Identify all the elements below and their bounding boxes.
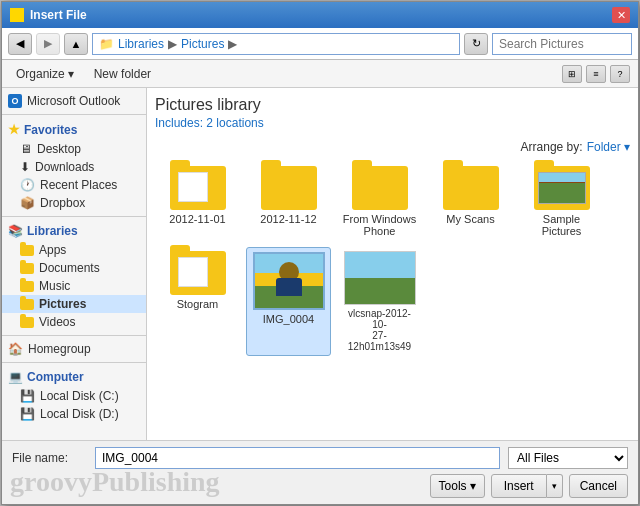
sidebar-item-dropbox[interactable]: 📦 Dropbox — [2, 194, 146, 212]
tools-button[interactable]: Tools ▾ — [430, 474, 485, 498]
file-label: 2012-11-12 — [260, 213, 316, 225]
breadcrumb-pictures[interactable]: Pictures — [181, 37, 224, 51]
file-item-stogram[interactable]: Stogram — [155, 247, 240, 356]
new-folder-button[interactable]: New folder — [88, 65, 157, 83]
up-button[interactable]: ▲ — [64, 33, 88, 55]
star-icon: ★ — [8, 122, 20, 137]
file-item-sample-pictures[interactable]: Sample Pictures — [519, 162, 604, 241]
file-item-2012-11-12[interactable]: 2012-11-12 — [246, 162, 331, 241]
sidebar-section-outlook: O Microsoft Outlook — [2, 92, 146, 110]
content-header: Pictures library Includes: 2 locations — [155, 96, 630, 130]
view-btn-2[interactable]: ≡ — [586, 65, 606, 83]
content-area: Pictures library Includes: 2 locations A… — [147, 88, 638, 440]
libraries-label: Libraries — [27, 224, 78, 238]
desktop-icon: 🖥 — [20, 142, 32, 156]
outlook-icon: O — [8, 94, 22, 108]
filename-input[interactable] — [95, 447, 500, 469]
organize-button[interactable]: Organize ▾ — [10, 65, 80, 83]
sidebar-item-documents[interactable]: Documents — [2, 259, 146, 277]
address-bar: ◀ ▶ ▲ 📁 Libraries ▶ Pictures ▶ ↻ 🔍 — [2, 28, 638, 60]
view-btn-1[interactable]: ⊞ — [562, 65, 582, 83]
folder-icon-2012-11-01 — [170, 166, 226, 210]
sidebar-libraries-header[interactable]: 📚 Libraries — [2, 221, 146, 241]
filetype-select[interactable]: All Files — [508, 447, 628, 469]
help-button[interactable]: ? — [610, 65, 630, 83]
file-item-my-scans[interactable]: My Scans — [428, 162, 513, 241]
content-subtitle[interactable]: Includes: 2 locations — [155, 116, 630, 130]
divider-1 — [2, 114, 146, 115]
sidebar-favorites-header[interactable]: ★ Favorites — [2, 119, 146, 140]
path-separator-1: ▶ — [168, 37, 177, 51]
favorites-label: Favorites — [24, 123, 77, 137]
sidebar-item-homegroup[interactable]: 🏠 Homegroup — [2, 340, 146, 358]
dialog-title: Insert File — [30, 8, 87, 22]
filename-label: File name: — [12, 451, 87, 465]
outlook-label: Microsoft Outlook — [27, 94, 120, 108]
view-controls: ⊞ ≡ ? — [562, 65, 630, 83]
file-label: Stogram — [177, 298, 219, 310]
folder-icon — [20, 317, 34, 328]
sidebar-section-favorites: ★ Favorites 🖥 Desktop ⬇ Downloads 🕐 Rece… — [2, 119, 146, 212]
arrange-value[interactable]: Folder ▾ — [587, 140, 630, 154]
file-label: IMG_0004 — [263, 313, 314, 325]
sidebar-section-computer: 💻 Computer 💾 Local Disk (C:) 💾 Local Dis… — [2, 367, 146, 423]
insert-dropdown[interactable]: ▾ — [547, 474, 563, 498]
dropbox-icon: 📦 — [20, 196, 35, 210]
libraries-icon: 📚 — [8, 224, 23, 238]
title-bar-left: Insert File — [10, 8, 87, 22]
sidebar-item-videos[interactable]: Videos — [2, 313, 146, 331]
computer-icon: 💻 — [8, 370, 23, 384]
insert-button[interactable]: Insert — [491, 474, 547, 498]
file-item-vlcsnap[interactable]: vlcsnap-2012-10- 27-12h01m13s49 — [337, 247, 422, 356]
drive-icon: 💾 — [20, 389, 35, 403]
folder-icon-stogram — [170, 251, 226, 295]
forward-button[interactable]: ▶ — [36, 33, 60, 55]
search-box[interactable]: 🔍 — [492, 33, 632, 55]
computer-label: Computer — [27, 370, 84, 384]
file-item-2012-11-01[interactable]: 2012-11-01 — [155, 162, 240, 241]
close-button[interactable]: ✕ — [612, 7, 630, 23]
bottom-bar: File name: All Files Tools ▾ Insert ▾ Ca… — [2, 440, 638, 504]
folder-icon-windows-phone — [352, 166, 408, 210]
sidebar-item-apps[interactable]: Apps — [2, 241, 146, 259]
arrange-label: Arrange by: — [521, 140, 583, 154]
back-button[interactable]: ◀ — [8, 33, 32, 55]
search-input[interactable] — [499, 37, 640, 51]
path-separator-2: ▶ — [228, 37, 237, 51]
file-label: 2012-11-01 — [169, 213, 225, 225]
dialog-icon — [10, 8, 24, 22]
downloads-icon: ⬇ — [20, 160, 30, 174]
divider-4 — [2, 362, 146, 363]
folder-icon — [20, 299, 34, 310]
file-label: Sample Pictures — [523, 213, 600, 237]
address-path: 📁 Libraries ▶ Pictures ▶ — [92, 33, 460, 55]
refresh-button[interactable]: ↻ — [464, 33, 488, 55]
folder-icon-2012-11-12 — [261, 166, 317, 210]
new-folder-label: New folder — [94, 67, 151, 81]
arrange-bar: Arrange by: Folder ▾ — [155, 140, 630, 154]
breadcrumb-libraries[interactable]: Libraries — [118, 37, 164, 51]
organize-label: Organize — [16, 67, 65, 81]
sidebar-item-local-d[interactable]: 💾 Local Disk (D:) — [2, 405, 146, 423]
file-item-from-windows-phone[interactable]: From Windows Phone — [337, 162, 422, 241]
sidebar-item-desktop[interactable]: 🖥 Desktop — [2, 140, 146, 158]
sidebar-item-music[interactable]: Music — [2, 277, 146, 295]
cancel-button[interactable]: Cancel — [569, 474, 628, 498]
tools-arrow: ▾ — [470, 479, 476, 493]
folder-icon — [20, 263, 34, 274]
homegroup-icon: 🏠 — [8, 342, 23, 356]
files-grid: 2012-11-01 2012-11-12 From Windows Phone… — [155, 162, 630, 356]
file-item-img-0004[interactable]: IMG_0004 — [246, 247, 331, 356]
sidebar-item-local-c[interactable]: 💾 Local Disk (C:) — [2, 387, 146, 405]
drive-icon-d: 💾 — [20, 407, 35, 421]
sidebar-item-outlook[interactable]: O Microsoft Outlook — [2, 92, 146, 110]
buttons-row: Tools ▾ Insert ▾ Cancel — [12, 474, 628, 498]
sidebar-item-pictures[interactable]: Pictures — [2, 295, 146, 313]
content-title: Pictures library — [155, 96, 630, 114]
insert-btn-group: Insert ▾ — [491, 474, 563, 498]
landscape-thumbnail — [344, 251, 416, 305]
sidebar-computer-header[interactable]: 💻 Computer — [2, 367, 146, 387]
photo-thumbnail — [253, 252, 325, 310]
sidebar-item-recent[interactable]: 🕐 Recent Places — [2, 176, 146, 194]
sidebar-item-downloads[interactable]: ⬇ Downloads — [2, 158, 146, 176]
